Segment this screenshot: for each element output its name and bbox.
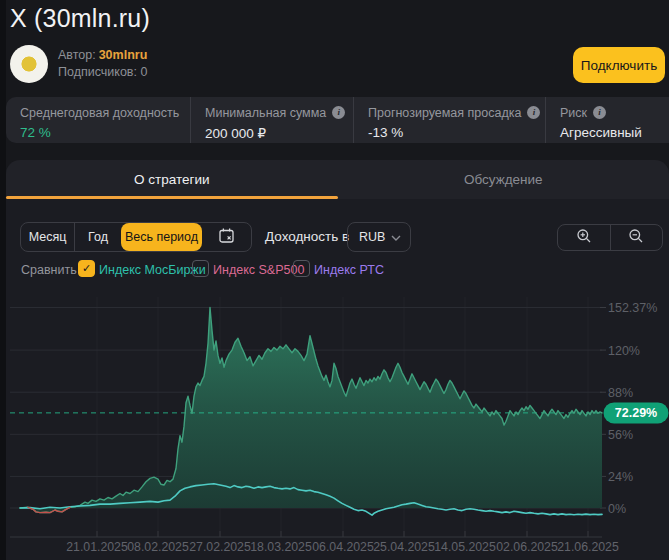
stat-label: Риск [560,106,587,120]
author-avatar[interactable] [10,45,48,83]
info-icon[interactable]: i [593,106,606,119]
currency-select[interactable]: RUB [347,222,411,252]
stat-label: Прогнозируемая просадка [368,106,521,120]
stat-annual-return: Среднегодовая доходностьi 72 % [6,97,190,143]
x-axis-label: 25.04.2025 [373,540,435,554]
tab-about-strategy[interactable]: О стратегии [6,160,338,199]
stat-value: Агрессивный [560,125,669,140]
x-axis-label: 27.02.2025 [189,540,251,554]
current-value-badge: 72.29% [604,402,669,423]
label-index-sp500[interactable]: Индекс S&P500 [213,263,304,277]
currency-label: Доходность в [265,229,349,244]
compare-label: Сравнить с [21,263,86,277]
x-axis-label: 21.01.2025 [66,540,128,554]
x-axis-label: 02.06.2025 [496,540,558,554]
strategy-content-panel: Месяц Год Весь период Доходность в RUB [6,199,669,560]
checkbox-index-rts[interactable]: ✓ [293,260,310,277]
subscribers-label: Подписчиков: [58,65,137,79]
stat-min-sum: Минимальная суммаi 200 000 ₽ [190,97,353,143]
label-index-rts[interactable]: Индекс РТС [314,263,384,277]
compare-row: Сравнить с ✓ Индекс МосБиржи ✓ Индекс S&… [6,260,669,280]
magnifier-minus-icon [628,228,644,247]
x-axis-label: 06.04.2025 [312,540,374,554]
author-block: Автор:30mlnru Подписчиков: 0 [58,47,147,81]
info-icon[interactable]: i [332,106,345,119]
x-axis-label: 21.06.2025 [557,540,619,554]
stat-value: 200 000 ₽ [205,125,353,141]
stat-drawdown: Прогнозируемая просадкаi -13 % [353,97,545,143]
y-axis-label: 24% [608,470,633,484]
tabs-bar: О стратегии Обсуждение [6,160,669,199]
y-axis-label: 152.37% [608,301,657,315]
calendar-icon [218,227,235,247]
stat-label: Среднегодовая доходность [20,106,179,120]
subscribers-count: 0 [140,65,147,79]
checkbox-index-sp500[interactable]: ✓ [192,260,209,277]
stat-label: Минимальная сумма [205,106,326,120]
y-axis-label: 0% [608,502,626,516]
performance-chart[interactable]: 152.37%120%88%56%24%0%21.01.202508.02.20… [6,285,669,560]
magnifier-plus-icon [576,228,592,247]
period-year-button[interactable]: Год [74,223,121,251]
label-index-moex[interactable]: Индекс МосБиржи [99,263,206,277]
period-month-button[interactable]: Месяц [21,223,74,251]
y-axis-label: 120% [608,344,640,358]
connect-button[interactable]: Подключить [573,47,665,83]
currency-value: RUB [359,230,385,244]
x-axis-label: 18.03.2025 [250,540,312,554]
x-axis-label: 08.02.2025 [127,540,189,554]
stat-value: -13 % [368,125,545,140]
x-axis-label: 14.05.2025 [434,540,496,554]
period-calendar-button[interactable] [202,223,251,251]
page-title: X (30mln.ru) [10,4,150,33]
tab-discussion[interactable]: Обсуждение [338,160,669,199]
zoom-out-button[interactable] [610,225,663,250]
stat-risk: Рискi Агрессивный [545,97,669,143]
author-label: Автор: [58,48,96,62]
author-name-link[interactable]: 30mlnru [99,48,148,62]
zoom-in-button[interactable] [558,225,610,250]
period-all-button[interactable]: Весь период [121,223,202,251]
y-axis-label: 88% [608,386,633,400]
strategy-stats-card: Среднегодовая доходностьi 72 % Минимальн… [6,97,669,143]
period-segmented-control: Месяц Год Весь период [20,222,252,252]
y-axis-label: 56% [608,428,633,442]
svg-text:72.29%: 72.29% [615,406,657,420]
chevron-down-icon [391,230,401,244]
checkbox-index-moex[interactable]: ✓ [78,260,95,277]
info-icon[interactable]: i [527,106,540,119]
chart-zoom-controls [557,224,663,251]
stat-value: 72 % [20,125,190,140]
